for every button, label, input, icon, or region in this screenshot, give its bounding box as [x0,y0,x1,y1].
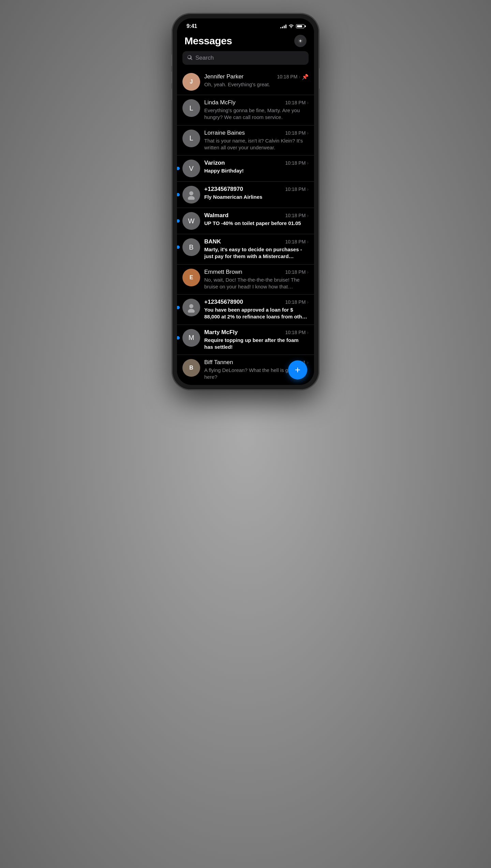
conversation-meta: 10:18 PM › [285,186,309,192]
conversation-name: Emmett Brown [204,269,242,275]
conversation-content: Emmett Brown 10:18 PM › No, wait, Doc! T… [204,269,309,290]
svg-point-2 [188,196,195,200]
chevron-right-icon: › [307,100,309,105]
conversation-item[interactable]: M Marty McFly 10:18 PM › Require topping… [177,325,314,355]
avatar-wrap [182,299,200,316]
search-bar[interactable]: Search [182,51,309,65]
conversation-header: Walmard 10:18 PM › [204,212,309,219]
conversation-preview: You have been approved a loan for $ 88,0… [204,306,309,320]
avatar-wrap: V [182,160,200,177]
conversation-time: 10:18 PM [277,74,297,79]
phone-screen: 9:41 [177,18,314,385]
conversation-content: Marty McFly 10:18 PM › Require topping u… [204,329,309,351]
conversation-content: +12345678900 10:18 PM › You have been ap… [204,299,309,320]
svg-point-4 [188,309,195,313]
conversation-item[interactable]: L Lorraine Baines 10:18 PM › That is you… [177,125,314,156]
battery-icon [296,24,304,28]
chevron-right-icon: › [307,360,309,365]
conversation-name: Jennifer Parker [204,73,243,80]
page-title: Messages [184,35,232,47]
conversation-content: BANK 10:18 PM › Marty, it's easy to deci… [204,238,309,260]
compose-button[interactable] [294,35,307,47]
conversation-item[interactable]: V Varizon 10:18 PM › Happy Birthday! [177,155,314,182]
chevron-right-icon: › [307,186,309,192]
avatar-wrap: L [182,130,200,147]
chevron-right-icon: › [299,74,300,79]
conversation-list: J Jennifer Parker 10:18 PM › 📌 Oh, yeah.… [177,69,314,385]
signal-icon [280,24,286,28]
chevron-right-icon: › [307,330,309,335]
conversation-preview: Happy Birthday! [204,167,309,174]
wifi-icon [288,24,294,29]
compose-icon [297,38,303,44]
conversation-time: 10:18 PM [285,269,306,275]
signal-bar-3 [284,26,285,28]
app-header: Messages [177,32,314,51]
conversation-time: 10:18 PM [285,186,306,192]
avatar-wrap: M [182,329,200,347]
conversation-preview: No, wait, Doc! The-the-the-the bruise! T… [204,276,309,290]
conversation-name: +12345678970 [204,186,243,193]
conversation-item[interactable]: +12345678970 10:18 PM › Fly Noamerican A… [177,182,314,208]
unread-indicator [177,219,180,223]
conversation-meta: 10:18 PM › [285,100,309,105]
phone-frame: 9:41 [172,14,319,390]
conversation-item[interactable]: W Walmard 10:18 PM › UP TO -40% on toile… [177,208,314,234]
avatar-wrap: E [182,269,200,286]
conversation-header: Marty McFly 10:18 PM › [204,329,309,336]
unread-indicator [177,336,180,340]
conversation-content: Jennifer Parker 10:18 PM › 📌 Oh, yeah. E… [204,73,309,88]
conversation-meta: 10:18 PM › [285,299,309,305]
chevron-right-icon: › [307,160,309,166]
unread-indicator [177,193,180,196]
conversation-header: +12345678900 10:18 PM › [204,299,309,305]
conversation-header: Lorraine Baines 10:18 PM › [204,130,309,136]
conversation-meta: 10:18 PM › [285,130,309,136]
conversation-meta: 10:18 PM › [285,269,309,275]
conversation-item[interactable]: E Emmett Brown 10:18 PM › No, wait, Doc!… [177,265,314,295]
chevron-right-icon: › [307,269,309,275]
conversation-content: Linda McFly 10:18 PM › Everything's gonn… [204,99,309,121]
conversation-header: Linda McFly 10:18 PM › [204,99,309,106]
conversation-preview: That is your name, isn't it? Calvin Klei… [204,137,309,151]
status-icons [280,24,304,29]
search-icon [187,55,193,61]
conversation-name: +12345678900 [204,299,243,305]
new-message-button[interactable]: + [288,360,307,379]
conversation-header: Varizon 10:18 PM › [204,160,309,166]
conversation-preview: Fly Noamerican Airlines [204,194,309,200]
conversation-name: BANK [204,238,221,245]
conversation-item[interactable]: L Linda McFly 10:18 PM › Everything's go… [177,95,314,125]
unread-indicator [177,167,180,170]
conversation-preview: Marty, it's easy to decide on purchases … [204,246,309,260]
conversation-meta: 10:18 PM › 📌 [277,73,309,80]
avatar-wrap: J [182,73,200,91]
conversation-name: Marty McFly [204,329,238,336]
svg-point-1 [189,191,193,195]
unread-indicator [177,306,180,309]
conversation-preview: Oh, yeah. Everything's great. [204,81,309,88]
chevron-right-icon: › [307,213,309,218]
signal-bar-1 [280,27,281,28]
avatar-wrap: L [182,99,200,117]
plus-icon: + [295,365,300,375]
conversation-content: Walmard 10:18 PM › UP TO -40% on toilet … [204,212,309,227]
avatar-wrap: W [182,212,200,230]
conversation-time: 10:18 PM [285,100,306,105]
conversation-name: Lorraine Baines [204,130,245,136]
conversation-meta: 10:18 PM › [285,213,309,218]
avatar-wrap [182,186,200,204]
conversation-preview: UP TO -40% on toilet paper before 01.05 [204,220,309,227]
conversation-item[interactable]: B BANK 10:18 PM › Marty, it's easy to de… [177,234,314,265]
chevron-right-icon: › [307,130,309,136]
conversation-name: Walmard [204,212,228,219]
signal-bar-4 [285,25,286,28]
signal-bar-2 [282,27,283,28]
conversation-header: +12345678970 10:18 PM › [204,186,309,193]
conversation-time: 10:18 PM [285,160,306,166]
search-placeholder: Search [195,55,214,61]
avatar-wrap: B [182,238,200,256]
chevron-right-icon: › [307,299,309,305]
conversation-item[interactable]: J Jennifer Parker 10:18 PM › 📌 Oh, yeah.… [177,69,314,95]
conversation-item[interactable]: +12345678900 10:18 PM › You have been ap… [177,295,314,325]
